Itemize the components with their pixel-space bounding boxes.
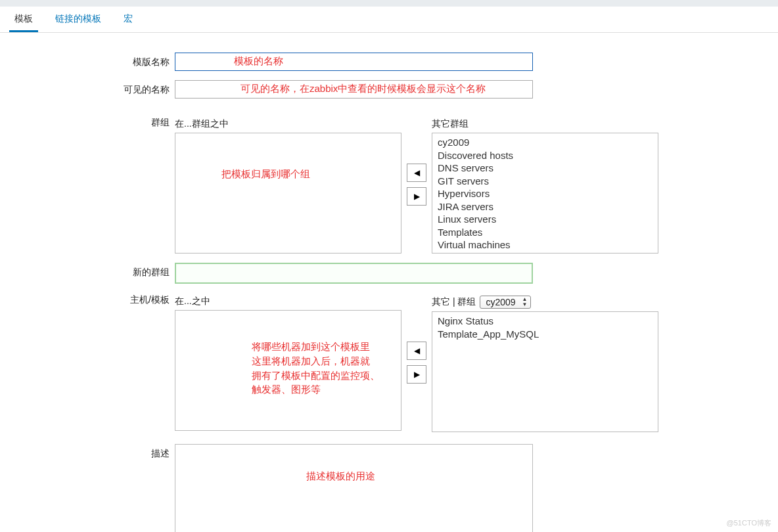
move-right-hosts-button[interactable]: ▶ — [407, 365, 426, 384]
annotation-line: 拥有了模板中配置的监控项、 — [252, 368, 380, 383]
tab-macros[interactable]: 宏 — [118, 7, 138, 32]
other-groups-listbox[interactable]: cy2009 Discovered hosts DNS servers GIT … — [432, 133, 658, 254]
list-item[interactable]: Template_App_MySQL — [436, 328, 654, 341]
move-left-hosts-button[interactable]: ◀ — [407, 342, 426, 360]
move-left-button[interactable]: ◀ — [407, 164, 426, 182]
window-topbar — [0, 0, 778, 7]
list-item[interactable]: Templates — [436, 226, 654, 239]
label-other-group: 其它 | 群组 — [432, 296, 476, 308]
list-item[interactable]: Nginx Status — [436, 315, 654, 328]
list-item[interactable]: JIRA servers — [436, 200, 654, 213]
select-arrows-icon: ▲▼ — [522, 297, 528, 307]
template-name-input[interactable] — [175, 53, 533, 71]
label-in: 在...之中 — [175, 293, 401, 307]
label-description: 描述 — [0, 444, 175, 460]
watermark: @51CTO博客 — [727, 518, 771, 528]
annotation-line: 这里将机器加入后，机器就 — [252, 354, 380, 368]
annotation-line: 将哪些机器加到这个模板里 — [252, 340, 380, 354]
list-item[interactable]: Hypervisors — [436, 187, 654, 200]
in-hosts-listbox[interactable]: 将哪些机器加到这个模板里 这里将机器加入后，机器就 拥有了模板中配置的监控项、 … — [175, 310, 401, 431]
annotation-group-assign: 把模板归属到哪个组 — [221, 167, 310, 181]
label-hosts-templates: 主机/模板 — [0, 293, 175, 306]
list-item[interactable]: cy2009 — [436, 136, 654, 149]
new-group-input[interactable] — [175, 263, 533, 284]
description-textarea[interactable] — [175, 444, 533, 532]
host-group-selected: cy2009 — [486, 297, 515, 307]
label-visible-name: 可见的名称 — [0, 80, 175, 96]
list-item[interactable]: DNS servers — [436, 162, 654, 175]
label-template-name: 模版名称 — [0, 53, 175, 68]
list-item[interactable]: Linux servers — [436, 213, 654, 226]
move-right-button[interactable]: ▶ — [407, 187, 426, 206]
annotation-line: 触发器、图形等 — [252, 382, 380, 397]
in-groups-listbox[interactable]: 把模板归属到哪个组 — [175, 133, 401, 254]
label-in-groups: 在...群组之中 — [175, 116, 401, 130]
list-item[interactable]: Virtual machines — [436, 238, 654, 252]
list-item[interactable]: WIKI servers — [436, 252, 654, 254]
visible-name-input[interactable] — [175, 80, 533, 99]
host-group-select[interactable]: cy2009 ▲▼ — [480, 296, 530, 309]
label-other-groups: 其它群组 — [432, 116, 658, 130]
label-new-group: 新的群组 — [0, 263, 175, 278]
annotation-hosts: 将哪些机器加到这个模板里 这里将机器加入后，机器就 拥有了模板中配置的监控项、 … — [252, 340, 380, 397]
tab-template[interactable]: 模板 — [9, 7, 38, 32]
list-item[interactable]: GIT servers — [436, 175, 654, 188]
label-groups: 群组 — [0, 116, 175, 129]
other-hosts-listbox[interactable]: Nginx Status Template_App_MySQL — [432, 311, 658, 432]
list-item[interactable]: Discovered hosts — [436, 149, 654, 162]
tab-bar: 模板 链接的模板 宏 — [0, 7, 778, 33]
tab-linked-templates[interactable]: 链接的模板 — [50, 7, 106, 32]
